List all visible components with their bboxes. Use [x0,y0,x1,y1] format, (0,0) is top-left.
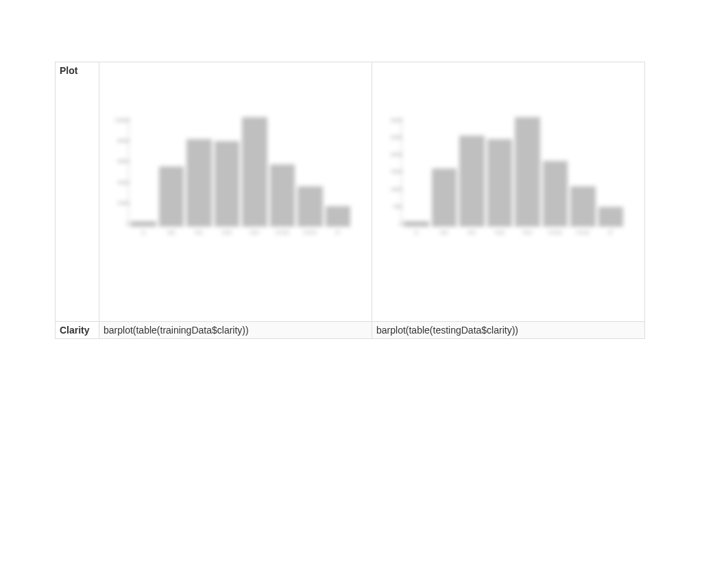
x-tick-label: VS1 [515,229,540,236]
x-tick-label: IF [598,229,624,236]
x-tick-label: SI2 [159,229,184,236]
bar [432,168,457,227]
bar [459,136,485,227]
page-wrap: Plot 0200040006000800010000 I1SI2SI1VS2V… [0,0,728,339]
y-tick-label: 1000 [387,186,402,192]
bar [298,186,323,227]
bar [487,139,513,227]
bar [515,117,540,227]
x-tick-label: VVS1 [570,229,596,236]
x-tick-label: SI1 [186,229,212,236]
bar [598,207,624,227]
x-tick-label: SI2 [432,229,457,236]
plot-cell-right: 050010001500200025003000 I1SI2SI1VS2VS1V… [372,62,645,322]
bar [186,139,212,227]
y-tick-label: 0 [114,221,130,227]
row-header-clarity: Clarity [56,322,99,339]
y-tick-label: 500 [387,203,402,210]
bar [131,221,156,227]
code-cell-right: barplot(table(testingData$clarity)) [372,322,645,339]
row-header-plot: Plot [56,62,99,322]
bar [159,166,184,227]
x-tick-label: VS2 [487,229,513,236]
barplot-training: 0200040006000800010000 I1SI2SI1VS2VS1VVS… [99,62,372,321]
bar [270,164,295,227]
plot-cell-left: 0200040006000800010000 I1SI2SI1VS2VS1VVS… [99,62,372,322]
y-tick-label: 2000 [114,200,130,206]
y-tick-label: 3000 [387,117,402,123]
x-tick-label: VS2 [215,229,240,236]
bar [543,161,568,227]
x-tick-label: I1 [404,229,429,236]
x-tick-label: I1 [131,229,156,236]
bar [326,206,351,227]
y-tick-label: 0 [387,221,402,227]
y-tick-label: 2000 [387,151,402,158]
code-cell-left: barplot(table(trainingData$clarity)) [99,322,372,339]
x-tick-label: VS1 [242,229,267,236]
y-tick-label: 2500 [387,134,402,140]
x-tick-label: VVS2 [270,229,295,236]
y-tick-label: 1500 [387,168,402,175]
bar [570,186,596,227]
bar [404,221,429,227]
y-tick-label: 10000 [114,117,130,123]
y-tick-label: 4000 [114,179,130,186]
bar [242,117,267,227]
x-tick-label: SI1 [459,229,485,236]
plot-table: Plot 0200040006000800010000 I1SI2SI1VS2V… [55,62,645,339]
x-tick-label: VVS1 [298,229,323,236]
barplot-testing: 050010001500200025003000 I1SI2SI1VS2VS1V… [372,62,644,321]
x-tick-label: VVS2 [543,229,568,236]
y-tick-label: 8000 [114,138,130,144]
x-tick-label: IF [326,229,351,236]
bar [215,141,240,227]
y-tick-label: 6000 [114,158,130,164]
